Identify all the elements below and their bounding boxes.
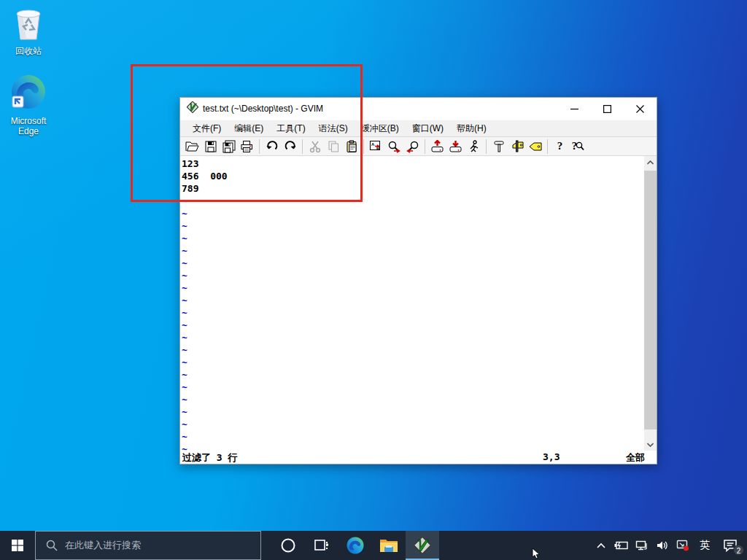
cortana-button[interactable] — [271, 531, 305, 560]
make-icon[interactable] — [489, 138, 508, 155]
run-script-icon[interactable] — [465, 138, 483, 155]
vertical-scrollbar[interactable] — [644, 156, 657, 451]
tilde-line: ~ — [182, 257, 644, 269]
tilde-line: ~ — [182, 319, 644, 331]
scrollbar-thumb[interactable] — [644, 171, 657, 429]
recycle-bin-icon — [0, 6, 57, 44]
ime-indicator[interactable]: 英 — [694, 531, 715, 560]
cut-icon[interactable] — [306, 138, 324, 155]
open-icon[interactable] — [183, 138, 201, 155]
close-button[interactable] — [624, 98, 657, 120]
text-area[interactable]: 123456 000789~~~~~~~~~~~~~~~~~~~~~ — [180, 156, 657, 451]
buffer-lines: 123456 000789~~~~~~~~~~~~~~~~~~~~~ — [180, 156, 644, 451]
cortana-icon — [280, 537, 296, 553]
copy-icon[interactable] — [324, 138, 342, 155]
edge-label: Microsoft Edge — [0, 116, 57, 136]
scroll-position: 全部 — [626, 451, 645, 464]
status-message: 过滤了 3 行 — [182, 451, 237, 464]
file-explorer-icon — [379, 537, 398, 553]
tilde-line: ~ — [182, 331, 644, 343]
undo-icon[interactable] — [263, 138, 281, 155]
desktop-icon-edge[interactable]: Microsoft Edge — [0, 73, 57, 136]
menu-edit[interactable]: 编辑(E) — [228, 120, 270, 137]
tilde-line: ~ — [182, 405, 644, 418]
toolbar-separator — [486, 139, 487, 154]
svg-text:A: A — [371, 142, 375, 147]
file-explorer-button[interactable] — [372, 531, 406, 560]
status-bar: 过滤了 3 行 3,3 全部 — [180, 451, 657, 464]
start-button[interactable] — [0, 531, 35, 560]
vim-logo-icon — [187, 101, 198, 116]
task-view-icon — [314, 537, 330, 553]
hidden-icons-chevron[interactable] — [592, 531, 610, 560]
find-replace-icon[interactable]: AB — [367, 138, 385, 155]
tilde-line: ~ — [182, 368, 644, 381]
find-prev-icon[interactable] — [403, 138, 422, 155]
menu-bar: 文件(F) 编辑(E) 工具(T) 语法(S) 缓冲区(B) 窗口(W) 帮助(… — [180, 120, 657, 136]
print-icon[interactable] — [238, 138, 256, 155]
tilde-line: ~ — [182, 195, 644, 207]
toolbar-separator — [363, 139, 364, 154]
toolbar-separator — [547, 139, 548, 154]
tag-jump-icon[interactable] — [526, 138, 544, 155]
help-icon[interactable]: ? — [551, 138, 569, 155]
tilde-line: ~ — [182, 244, 644, 257]
taskbar-search-input[interactable]: 在此键入进行搜索 — [35, 531, 261, 560]
network-icon[interactable] — [633, 531, 651, 560]
desktop-icon-recycle-bin[interactable]: 回收站 — [0, 6, 57, 56]
menu-help[interactable]: 帮助(H) — [450, 120, 493, 137]
recycle-bin-label: 回收站 — [0, 46, 57, 56]
edge-taskbar-button[interactable] — [338, 531, 372, 560]
tilde-line: ~ — [182, 207, 644, 219]
tilde-line: ~ — [182, 281, 644, 294]
windows-logo-icon — [12, 540, 23, 551]
battery-icon[interactable] — [613, 531, 630, 560]
tilde-line: ~ — [182, 343, 644, 356]
title-bar[interactable]: test.txt (~\Desktop\test) - GVIM — [180, 98, 657, 120]
toolbar-separator — [259, 139, 260, 154]
toolbar-separator — [302, 139, 303, 154]
load-session-icon[interactable] — [428, 138, 446, 155]
tilde-line: ~ — [182, 306, 644, 319]
buffer-line: 789 — [182, 182, 644, 195]
tilde-line: ~ — [182, 232, 644, 244]
task-view-button[interactable] — [305, 531, 338, 560]
toolbar-separator — [425, 139, 425, 154]
find-next-icon[interactable] — [385, 138, 403, 155]
volume-icon[interactable] — [654, 531, 671, 560]
tilde-line: ~ — [182, 219, 644, 232]
menu-buffers[interactable]: 缓冲区(B) — [355, 120, 406, 137]
scroll-down-icon[interactable] — [644, 438, 657, 451]
scroll-up-icon[interactable] — [644, 156, 657, 168]
tilde-line: ~ — [182, 418, 644, 430]
minimize-button[interactable] — [558, 98, 591, 120]
buffer-line: 456 000 — [182, 170, 644, 182]
paste-icon[interactable] — [342, 138, 360, 155]
action-center-button[interactable]: 2 — [718, 531, 743, 560]
menu-tools[interactable]: 工具(T) — [270, 120, 311, 137]
search-icon — [46, 540, 58, 551]
app-tray-icon-red-dot[interactable] — [674, 531, 692, 560]
find-help-icon[interactable]: ? — [569, 138, 587, 155]
menu-syntax[interactable]: 语法(S) — [312, 120, 355, 137]
maximize-button[interactable] — [591, 98, 624, 120]
save-session-icon[interactable] — [446, 138, 465, 155]
tilde-line: ~ — [182, 269, 644, 281]
save-all-icon[interactable] — [220, 138, 238, 155]
toolbar: AB ? ? — [180, 136, 657, 156]
cursor-position: 3,3 — [543, 451, 560, 462]
save-icon[interactable] — [201, 138, 220, 155]
tilde-line: ~ — [182, 430, 644, 443]
buffer-line: 123 — [182, 158, 644, 170]
search-placeholder: 在此键入进行搜索 — [65, 539, 141, 552]
menu-file[interactable]: 文件(F) — [186, 120, 228, 137]
tilde-line: ~ — [182, 443, 644, 451]
gvim-taskbar-button[interactable] — [406, 531, 439, 560]
window-title: test.txt (~\Desktop\test) - GVIM — [203, 104, 558, 114]
gvim-window: test.txt (~\Desktop\test) - GVIM 文件(F) 编… — [179, 97, 657, 464]
menu-window[interactable]: 窗口(W) — [406, 120, 450, 137]
redo-icon[interactable] — [281, 138, 299, 155]
scrollbar-track[interactable] — [644, 168, 657, 438]
notification-badge: 2 — [733, 545, 744, 556]
build-tags-icon[interactable] — [508, 138, 526, 155]
